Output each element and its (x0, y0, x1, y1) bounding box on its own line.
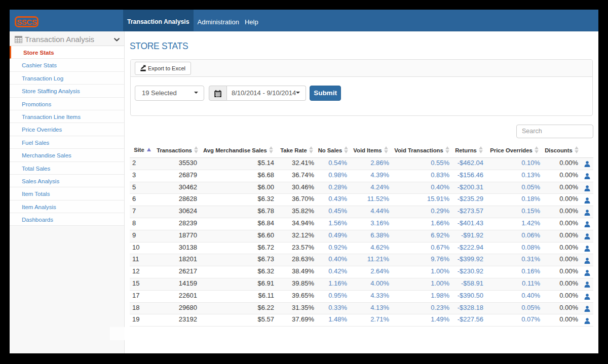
svg-text:SSCS: SSCS (17, 18, 36, 26)
